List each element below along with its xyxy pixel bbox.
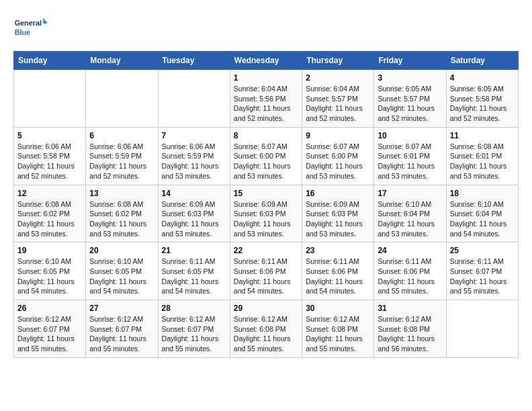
daylight-text: Daylight: 11 hours and 53 minutes. xyxy=(162,162,219,180)
sunrise-text: Sunrise: 6:11 AM xyxy=(234,257,287,265)
daylight-text: Daylight: 11 hours and 53 minutes. xyxy=(234,162,291,180)
daylight-text: Daylight: 11 hours and 52 minutes. xyxy=(378,104,435,122)
weekday-header: Wednesday xyxy=(230,52,302,70)
calendar-cell: 26 Sunrise: 6:12 AM Sunset: 6:07 PM Dayl… xyxy=(14,300,86,358)
calendar-cell: 1 Sunrise: 6:04 AM Sunset: 5:56 PM Dayli… xyxy=(230,70,302,128)
day-info: Sunrise: 6:12 AM Sunset: 6:07 PM Dayligh… xyxy=(89,314,154,354)
calendar-cell: 16 Sunrise: 6:09 AM Sunset: 6:03 PM Dayl… xyxy=(302,185,374,242)
logo: General Blue xyxy=(13,13,47,40)
daylight-text: Daylight: 11 hours and 52 minutes. xyxy=(17,162,75,180)
daylight-text: Daylight: 11 hours and 52 minutes. xyxy=(234,104,291,122)
day-number: 19 xyxy=(17,246,82,255)
daylight-text: Daylight: 11 hours and 55 minutes. xyxy=(89,334,146,353)
sunrise-text: Sunrise: 6:07 AM xyxy=(378,142,431,150)
day-info: Sunrise: 6:06 AM Sunset: 5:58 PM Dayligh… xyxy=(17,142,82,181)
calendar-cell: 5 Sunrise: 6:06 AM Sunset: 5:58 PM Dayli… xyxy=(14,127,86,185)
sunrise-text: Sunrise: 6:09 AM xyxy=(306,200,359,208)
day-info: Sunrise: 6:08 AM Sunset: 6:01 PM Dayligh… xyxy=(450,142,515,181)
sunrise-text: Sunrise: 6:06 AM xyxy=(89,142,143,150)
sunset-text: Sunset: 6:08 PM xyxy=(378,325,430,333)
sunrise-text: Sunrise: 6:09 AM xyxy=(234,200,287,208)
sunrise-text: Sunrise: 6:12 AM xyxy=(234,315,287,323)
daylight-text: Daylight: 11 hours and 53 minutes. xyxy=(306,162,363,180)
svg-text:General: General xyxy=(15,19,42,27)
sunset-text: Sunset: 5:59 PM xyxy=(162,152,214,160)
calendar-cell: 12 Sunrise: 6:08 AM Sunset: 6:02 PM Dayl… xyxy=(14,185,86,242)
weekday-header: Sunday xyxy=(14,52,86,70)
sunset-text: Sunset: 5:57 PM xyxy=(378,95,430,103)
day-number: 4 xyxy=(450,73,515,83)
daylight-text: Daylight: 11 hours and 54 minutes. xyxy=(234,277,291,295)
daylight-text: Daylight: 11 hours and 54 minutes. xyxy=(162,277,219,295)
weekday-header: Tuesday xyxy=(158,52,230,70)
day-number: 6 xyxy=(89,131,154,140)
calendar-week-row: 12 Sunrise: 6:08 AM Sunset: 6:02 PM Dayl… xyxy=(14,185,519,242)
calendar-cell: 15 Sunrise: 6:09 AM Sunset: 6:03 PM Dayl… xyxy=(230,185,302,242)
sunset-text: Sunset: 6:00 PM xyxy=(306,152,358,160)
day-info: Sunrise: 6:04 AM Sunset: 5:57 PM Dayligh… xyxy=(306,84,370,124)
day-info: Sunrise: 6:04 AM Sunset: 5:56 PM Dayligh… xyxy=(234,84,298,124)
day-info: Sunrise: 6:06 AM Sunset: 5:59 PM Dayligh… xyxy=(162,142,226,181)
calendar-week-row: 1 Sunrise: 6:04 AM Sunset: 5:56 PM Dayli… xyxy=(14,70,519,128)
calendar-table: SundayMondayTuesdayWednesdayThursdayFrid… xyxy=(13,51,519,358)
sunrise-text: Sunrise: 6:12 AM xyxy=(162,315,216,323)
daylight-text: Daylight: 11 hours and 55 minutes. xyxy=(450,277,507,295)
day-info: Sunrise: 6:12 AM Sunset: 6:08 PM Dayligh… xyxy=(306,314,370,354)
sunrise-text: Sunrise: 6:12 AM xyxy=(306,315,359,323)
day-info: Sunrise: 6:08 AM Sunset: 6:02 PM Dayligh… xyxy=(89,199,154,239)
sunrise-text: Sunrise: 6:12 AM xyxy=(378,315,431,323)
sunset-text: Sunset: 6:02 PM xyxy=(89,210,142,218)
day-info: Sunrise: 6:07 AM Sunset: 6:00 PM Dayligh… xyxy=(234,142,298,181)
day-info: Sunrise: 6:12 AM Sunset: 6:07 PM Dayligh… xyxy=(162,314,226,354)
calendar-cell xyxy=(14,70,86,128)
calendar-cell: 6 Sunrise: 6:06 AM Sunset: 5:59 PM Dayli… xyxy=(86,127,158,185)
day-number: 25 xyxy=(450,246,515,255)
calendar-cell xyxy=(86,70,158,128)
day-info: Sunrise: 6:11 AM Sunset: 6:07 PM Dayligh… xyxy=(450,257,515,296)
calendar-cell: 20 Sunrise: 6:10 AM Sunset: 6:05 PM Dayl… xyxy=(86,242,158,300)
daylight-text: Daylight: 11 hours and 53 minutes. xyxy=(378,220,435,238)
day-number: 8 xyxy=(234,131,298,140)
sunset-text: Sunset: 6:03 PM xyxy=(162,210,214,218)
svg-marker-2 xyxy=(43,18,47,24)
calendar-cell: 3 Sunrise: 6:05 AM Sunset: 5:57 PM Dayli… xyxy=(374,70,446,128)
day-number: 3 xyxy=(378,73,442,83)
calendar-cell: 19 Sunrise: 6:10 AM Sunset: 6:05 PM Dayl… xyxy=(14,242,86,300)
day-info: Sunrise: 6:09 AM Sunset: 6:03 PM Dayligh… xyxy=(162,199,226,239)
sunrise-text: Sunrise: 6:05 AM xyxy=(450,85,504,93)
day-number: 12 xyxy=(17,189,82,198)
day-info: Sunrise: 6:07 AM Sunset: 6:01 PM Dayligh… xyxy=(378,142,442,181)
day-number: 23 xyxy=(306,246,370,255)
daylight-text: Daylight: 11 hours and 55 minutes. xyxy=(306,334,363,353)
calendar-cell: 7 Sunrise: 6:06 AM Sunset: 5:59 PM Dayli… xyxy=(158,127,230,185)
logo-svg: General Blue xyxy=(13,13,47,40)
sunrise-text: Sunrise: 6:10 AM xyxy=(89,257,143,265)
day-number: 7 xyxy=(162,131,226,140)
day-info: Sunrise: 6:12 AM Sunset: 6:07 PM Dayligh… xyxy=(17,314,82,354)
daylight-text: Daylight: 11 hours and 53 minutes. xyxy=(162,220,219,238)
day-info: Sunrise: 6:08 AM Sunset: 6:02 PM Dayligh… xyxy=(17,199,82,239)
day-info: Sunrise: 6:09 AM Sunset: 6:03 PM Dayligh… xyxy=(234,199,298,239)
sunrise-text: Sunrise: 6:12 AM xyxy=(89,315,143,323)
calendar-cell: 17 Sunrise: 6:10 AM Sunset: 6:04 PM Dayl… xyxy=(374,185,446,242)
sunrise-text: Sunrise: 6:08 AM xyxy=(450,142,504,150)
sunset-text: Sunset: 5:58 PM xyxy=(450,95,502,103)
sunrise-text: Sunrise: 6:11 AM xyxy=(162,257,216,265)
calendar-week-row: 5 Sunrise: 6:06 AM Sunset: 5:58 PM Dayli… xyxy=(14,127,519,185)
sunset-text: Sunset: 6:06 PM xyxy=(378,267,430,275)
sunrise-text: Sunrise: 6:07 AM xyxy=(234,142,287,150)
calendar-cell: 21 Sunrise: 6:11 AM Sunset: 6:05 PM Dayl… xyxy=(158,242,230,300)
day-number: 10 xyxy=(378,131,442,140)
day-number: 22 xyxy=(234,246,298,255)
sunrise-text: Sunrise: 6:11 AM xyxy=(450,257,504,265)
calendar-cell: 22 Sunrise: 6:11 AM Sunset: 6:06 PM Dayl… xyxy=(230,242,302,300)
sunset-text: Sunset: 5:59 PM xyxy=(89,152,142,160)
calendar-week-row: 26 Sunrise: 6:12 AM Sunset: 6:07 PM Dayl… xyxy=(14,300,519,358)
daylight-text: Daylight: 11 hours and 54 minutes. xyxy=(17,277,75,295)
calendar-cell xyxy=(158,70,230,128)
sunrise-text: Sunrise: 6:09 AM xyxy=(162,200,216,208)
sunset-text: Sunset: 6:00 PM xyxy=(234,152,286,160)
weekday-header: Saturday xyxy=(446,52,518,70)
sunset-text: Sunset: 6:06 PM xyxy=(234,267,286,275)
sunrise-text: Sunrise: 6:10 AM xyxy=(450,200,504,208)
